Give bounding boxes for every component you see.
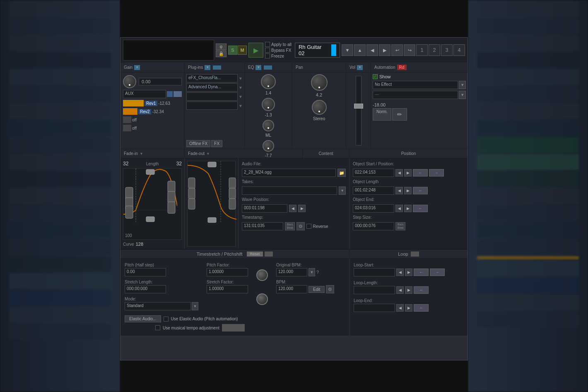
pan-knob-1[interactable]: [311, 74, 328, 91]
plugin-4[interactable]: [186, 102, 238, 110]
apply-all-checkbox[interactable]: [265, 42, 270, 47]
plugins-dropdown-btn[interactable]: ▼: [205, 65, 210, 70]
stretch-knob[interactable]: [256, 293, 268, 305]
orig-bpm-input[interactable]: 120.000: [276, 268, 307, 276]
eq-knob-3[interactable]: [263, 120, 274, 131]
bypass-fx-checkbox[interactable]: [265, 48, 270, 53]
obj-start-left-arrow[interactable]: ←: [413, 169, 428, 177]
nav-up-button[interactable]: ▲: [354, 44, 366, 56]
eq-toggle[interactable]: [264, 65, 272, 70]
plugin-3-arrow[interactable]: ▼: [239, 94, 243, 99]
slot-3-button[interactable]: 3: [441, 44, 453, 56]
bpm-input[interactable]: 120.000: [276, 285, 307, 293]
offline-fx-button[interactable]: Offline FX: [186, 140, 210, 147]
wave-pos-field[interactable]: 003:01:198: [242, 204, 287, 213]
no-effect-dropdown[interactable]: No Effect: [373, 81, 458, 89]
obj-end-field[interactable]: 024:03:016: [353, 204, 394, 213]
play-button[interactable]: ▶: [248, 43, 263, 58]
nav-prev-button[interactable]: ◀: [366, 44, 378, 56]
takes-arrow[interactable]: ▼: [339, 186, 346, 195]
obj-start-next[interactable]: ▶: [404, 169, 412, 177]
pitch-input[interactable]: 0.00: [125, 268, 166, 276]
obj-start-field[interactable]: 022:04:153: [353, 169, 394, 177]
use-elastic-checkbox[interactable]: [164, 317, 169, 322]
fade-in-arrow[interactable]: ▼: [140, 152, 143, 156]
stretch-factor-input[interactable]: 1.00000: [207, 285, 248, 293]
vol-dropdown-btn[interactable]: ▼: [357, 65, 363, 70]
slot-2-button[interactable]: 2: [429, 44, 440, 56]
eq-knob-1[interactable]: [261, 74, 276, 89]
step-size-field[interactable]: 000:00:076: [353, 222, 394, 230]
pitch-factor-input[interactable]: 1.00000: [207, 268, 248, 276]
obj-end-arrows[interactable]: ←: [413, 205, 428, 212]
audio-file-input[interactable]: 2_28_M24.ogg: [242, 169, 336, 177]
wave-pos-next[interactable]: ▶: [298, 205, 306, 212]
redo-button[interactable]: ↪: [404, 44, 415, 56]
eq-knob-4[interactable]: [263, 140, 274, 152]
wave-pos-prev[interactable]: ◀: [289, 205, 296, 212]
reverse-checkbox[interactable]: [306, 224, 311, 229]
obj-length-field[interactable]: 001:02:248: [353, 186, 394, 195]
gain-value[interactable]: 0.00: [139, 78, 182, 85]
send-2-label[interactable]: Rev2: [138, 109, 151, 114]
loop-end-prev[interactable]: ◀: [396, 304, 404, 312]
solo-button[interactable]: S: [228, 46, 237, 55]
plugin-2[interactable]: Advanced Dyna...: [186, 83, 238, 92]
mode-dropdown-arrow[interactable]: ▼: [192, 302, 198, 310]
loop-length-prev[interactable]: ◀: [396, 286, 404, 294]
vol-fader-thumb[interactable]: [354, 104, 363, 109]
slot-4-button[interactable]: 4: [453, 44, 465, 56]
gain-knob[interactable]: [123, 75, 136, 88]
send-1-label[interactable]: Rev1: [145, 101, 157, 106]
obj-end-next[interactable]: ▶: [404, 205, 412, 212]
timestamp-field[interactable]: 131:01:035: [242, 222, 283, 230]
dash-arrow[interactable]: ▼: [459, 91, 466, 99]
reset-button[interactable]: Reset: [247, 252, 263, 256]
use-musical-checkbox[interactable]: [155, 325, 160, 330]
elastic-audio-button[interactable]: Elastic Audio...: [125, 315, 161, 322]
loop-start-right[interactable]: →: [430, 269, 445, 276]
loop-start-field[interactable]: [354, 268, 395, 276]
orig-bpm-arrow[interactable]: ▼: [308, 268, 315, 276]
fade-out-arrow[interactable]: ▼: [206, 152, 210, 156]
obj-start-right-arrow[interactable]: →: [429, 169, 444, 177]
loop-start-next[interactable]: ▶: [405, 269, 412, 276]
stretch-length-input[interactable]: 000:00:000: [125, 285, 166, 293]
freeze-checkbox[interactable]: [265, 53, 270, 58]
plugins-toggle[interactable]: [213, 65, 221, 70]
phi-button[interactable]: φ: [216, 44, 227, 50]
bpm-gear-button[interactable]: ⚙: [326, 285, 334, 293]
lock-button[interactable]: 🔒: [216, 51, 227, 57]
loop-start-left[interactable]: ←: [414, 269, 429, 276]
plugin-1[interactable]: eFX_ChorusFla...: [186, 74, 238, 82]
mode-dropdown[interactable]: Standard: [125, 302, 191, 310]
loop-start-prev[interactable]: ◀: [396, 269, 404, 276]
edit-button[interactable]: Edit: [308, 286, 325, 293]
plugin-1-arrow[interactable]: ▼: [239, 76, 243, 81]
loop-length-field[interactable]: [354, 286, 395, 294]
loop-length-arrows[interactable]: ↔: [414, 286, 429, 294]
obj-length-prev[interactable]: ◀: [395, 187, 403, 194]
takes-dropdown[interactable]: [242, 186, 337, 195]
eq-knob-2[interactable]: [262, 98, 275, 111]
obj-end-prev[interactable]: ◀: [395, 205, 403, 212]
eq-dropdown-btn[interactable]: ▼: [255, 65, 261, 70]
loop-end-field[interactable]: [354, 304, 395, 312]
gear-button[interactable]: ⚙: [296, 222, 305, 230]
plugin-3[interactable]: [186, 92, 238, 101]
gain-dropdown-btn[interactable]: ▼: [134, 65, 140, 70]
loop-length-next[interactable]: ▶: [405, 286, 412, 294]
folder-button[interactable]: 📁: [337, 169, 346, 177]
obj-length-arrows[interactable]: ↔: [413, 187, 428, 194]
obj-start-prev[interactable]: ◀: [395, 169, 403, 177]
aux-toggle[interactable]: [167, 91, 173, 97]
step-size-bars-beat[interactable]: Bars Beat: [395, 222, 405, 230]
no-effect-arrow[interactable]: ▼: [459, 81, 466, 89]
pan-knob-2[interactable]: [312, 100, 327, 115]
dash-dropdown[interactable]: —: [373, 91, 458, 99]
obj-length-next[interactable]: ▶: [404, 187, 412, 194]
slot-1-button[interactable]: 1: [416, 44, 428, 56]
loop-end-arrows[interactable]: ↔: [414, 304, 429, 312]
undo-button[interactable]: ↩: [391, 44, 403, 56]
nav-next-button[interactable]: ▶: [379, 44, 390, 56]
